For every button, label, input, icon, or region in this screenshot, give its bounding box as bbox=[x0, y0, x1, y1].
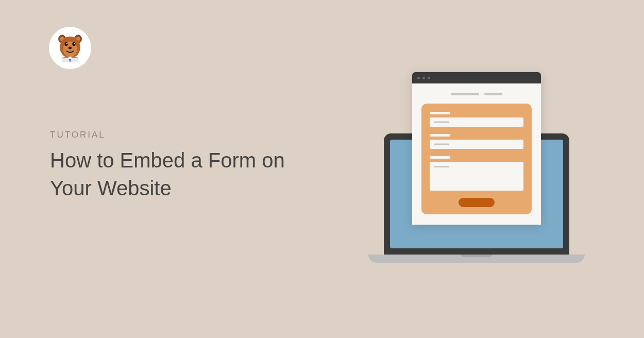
hero-text: TUTORIAL How to Embed a Form on Your Web… bbox=[50, 130, 318, 202]
window-control-dot bbox=[428, 77, 430, 79]
field-input-placeholder bbox=[430, 117, 523, 127]
field-input-placeholder bbox=[430, 140, 523, 149]
text-placeholder bbox=[451, 93, 479, 95]
field-textarea-placeholder bbox=[430, 162, 523, 191]
svg-point-10 bbox=[69, 47, 72, 49]
bear-mascot-icon bbox=[54, 32, 86, 64]
window-control-dot bbox=[422, 77, 425, 79]
svg-point-9 bbox=[74, 43, 75, 44]
page-heading-placeholder bbox=[421, 93, 532, 95]
field-label-placeholder bbox=[430, 112, 450, 114]
submit-button-placeholder bbox=[459, 198, 495, 207]
browser-content bbox=[412, 83, 541, 225]
svg-point-6 bbox=[64, 42, 67, 46]
svg-point-7 bbox=[72, 42, 75, 46]
form-card-graphic bbox=[421, 104, 532, 214]
window-control-dot bbox=[417, 77, 420, 79]
browser-titlebar bbox=[412, 72, 541, 83]
text-placeholder bbox=[484, 93, 502, 95]
brand-logo bbox=[49, 27, 91, 69]
browser-window-graphic bbox=[412, 72, 541, 225]
category-label: TUTORIAL bbox=[50, 130, 318, 140]
page-title: How to Embed a Form on Your Website bbox=[50, 146, 318, 202]
svg-point-8 bbox=[66, 43, 67, 44]
laptop-base bbox=[368, 255, 585, 263]
field-label-placeholder bbox=[430, 134, 450, 137]
hero-illustration bbox=[361, 72, 592, 263]
field-label-placeholder bbox=[430, 156, 450, 159]
